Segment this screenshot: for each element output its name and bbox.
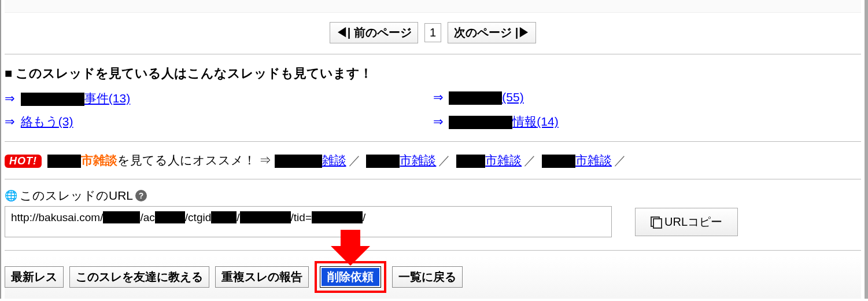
report-duplicate-button[interactable]: 重複スレの報告 <box>215 266 309 288</box>
hot-link[interactable]: 市雑談 <box>485 153 522 167</box>
related-item: ⇒ 絡もう(3) <box>5 110 433 133</box>
related-item: ⇒ (55) <box>433 87 862 110</box>
url-label: 🌐 このスレッドのURL ? <box>5 185 861 206</box>
hot-tagline: を見てる人にオススメ！ ⇒ <box>117 153 271 167</box>
action-button-row: 最新レス このスレを友達に教える 重複スレの報告 削除依頼 一覧に戻る <box>5 256 861 299</box>
back-to-list-button[interactable]: 一覧に戻る <box>392 266 463 288</box>
arrow-icon: ⇒ <box>5 91 15 105</box>
hot-recommendation: HOT! 市雑談を見てる人にオススメ！ ⇒ 雑談／ 市雑談／ 市雑談／ 市雑談／ <box>5 148 861 173</box>
next-page-button[interactable]: 次のページ |▶ <box>448 22 536 43</box>
copy-icon <box>651 216 661 227</box>
globe-icon: 🌐 <box>5 189 17 202</box>
divider <box>5 54 861 54</box>
related-item: ⇒ 情報(14) <box>433 110 862 133</box>
tell-friend-button[interactable]: このスレを友達に教える <box>69 266 209 288</box>
arrow-icon: ⇒ <box>5 115 15 128</box>
hot-badge: HOT! <box>5 155 42 168</box>
latest-res-button[interactable]: 最新レス <box>5 266 64 288</box>
page-number: 1 <box>424 23 441 42</box>
related-link[interactable]: 情報(14) <box>449 115 558 128</box>
hot-link[interactable]: 雑談 <box>322 153 346 167</box>
url-row: http://bakusai.com//ac/ctgid//tid=/ URLコ… <box>5 206 861 244</box>
pager: ◀| 前のページ 1 次のページ |▶ <box>5 13 861 48</box>
related-link[interactable]: 事件(13) <box>21 91 130 105</box>
arrow-down-icon <box>341 230 360 247</box>
related-heading: ■ このスレッドを見ている人はこんなスレッドも見ています！ <box>5 60 861 85</box>
hot-topic: 市雑談 <box>81 153 117 167</box>
arrow-down-icon <box>331 246 370 266</box>
copy-url-button[interactable]: URLコピー <box>635 208 738 236</box>
divider <box>5 141 861 142</box>
arrow-icon: ⇒ <box>433 90 444 104</box>
divider <box>5 179 861 179</box>
related-link[interactable]: 絡もう(3) <box>21 115 73 128</box>
help-icon[interactable]: ? <box>135 190 147 201</box>
url-display[interactable]: http://bakusai.com//ac/ctgid//tid=/ <box>5 206 612 237</box>
related-threads: ⇒ 事件(13) ⇒ (55) ⇒ 絡もう(3) ⇒ 情報(14) <box>5 85 861 135</box>
hot-link[interactable]: 市雑談 <box>575 153 612 167</box>
related-link[interactable]: (55) <box>449 90 523 104</box>
delete-highlight-box: 削除依頼 <box>315 261 386 293</box>
divider <box>5 250 861 251</box>
prev-page-button[interactable]: ◀| 前のページ <box>330 22 418 43</box>
hot-link[interactable]: 市雑談 <box>400 153 436 167</box>
related-item: ⇒ 事件(13) <box>5 87 433 110</box>
delete-request-button[interactable]: 削除依頼 <box>320 267 381 287</box>
top-bar <box>5 0 861 13</box>
arrow-icon: ⇒ <box>433 115 444 128</box>
